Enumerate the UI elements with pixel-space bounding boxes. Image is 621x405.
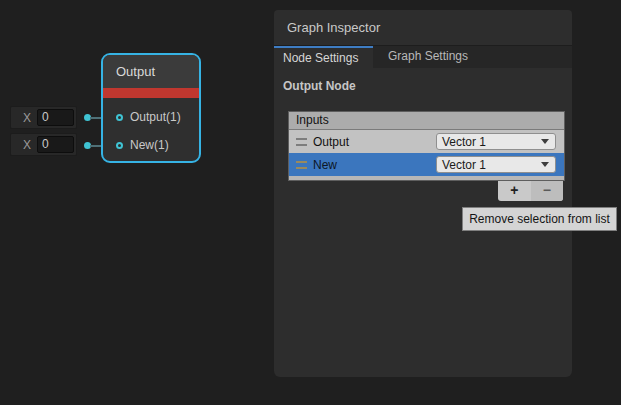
list-add-remove-buttons: + − <box>498 181 563 201</box>
tab-graph-settings[interactable]: Graph Settings <box>373 46 483 68</box>
list-footer <box>289 176 564 180</box>
row-label: Output <box>313 135 349 149</box>
drag-handle-icon[interactable] <box>296 161 307 169</box>
drag-handle-icon[interactable] <box>296 138 307 146</box>
section-title: Output Node <box>283 79 572 93</box>
dropdown-value: Vector 1 <box>442 158 541 172</box>
axis-x-label: X <box>23 138 31 152</box>
inputs-reorderable-list: Inputs Output Vector 1 New Vector 1 <box>288 111 565 181</box>
port-circle-icon[interactable] <box>116 142 123 149</box>
port-label: New(1) <box>130 138 169 152</box>
tab-node-settings[interactable]: Node Settings <box>274 46 373 68</box>
chevron-down-icon <box>541 162 549 167</box>
graph-inspector-panel: Graph Inspector Node Settings Graph Sett… <box>274 10 572 377</box>
list-row-output[interactable]: Output Vector 1 <box>289 130 564 153</box>
port-row-new: New(1) <box>103 131 199 159</box>
type-dropdown[interactable]: Vector 1 <box>436 156 556 173</box>
chevron-down-icon <box>541 139 549 144</box>
list-row-new[interactable]: New Vector 1 <box>289 153 564 176</box>
row-label: New <box>313 158 337 172</box>
type-dropdown[interactable]: Vector 1 <box>436 133 556 150</box>
inspector-tabbar: Node Settings Graph Settings <box>274 46 572 68</box>
port-default-input-new: X 0 <box>10 133 77 156</box>
port-row-output: Output(1) <box>103 103 199 131</box>
port-default-input-output: X 0 <box>10 106 77 129</box>
add-button[interactable]: + <box>498 181 531 201</box>
panel-title: Graph Inspector <box>274 10 572 46</box>
remove-button[interactable]: − <box>531 181 564 201</box>
axis-x-label: X <box>23 111 31 125</box>
node-colorbar <box>103 88 199 98</box>
inputs-list-header: Inputs <box>289 112 564 130</box>
port-label: Output(1) <box>130 110 181 124</box>
shader-graph-window: X 0 X 0 Output Output(1) New(1) Graph In… <box>0 0 621 405</box>
output-node[interactable]: Output Output(1) New(1) <box>101 53 201 163</box>
node-title: Output <box>103 55 199 88</box>
node-body: Output(1) New(1) <box>103 98 199 159</box>
port-value-field[interactable]: 0 <box>37 109 74 126</box>
port-value-field[interactable]: 0 <box>37 136 74 153</box>
tooltip: Remove selection from list <box>462 207 617 231</box>
dropdown-value: Vector 1 <box>442 135 541 149</box>
port-circle-icon[interactable] <box>116 114 123 121</box>
